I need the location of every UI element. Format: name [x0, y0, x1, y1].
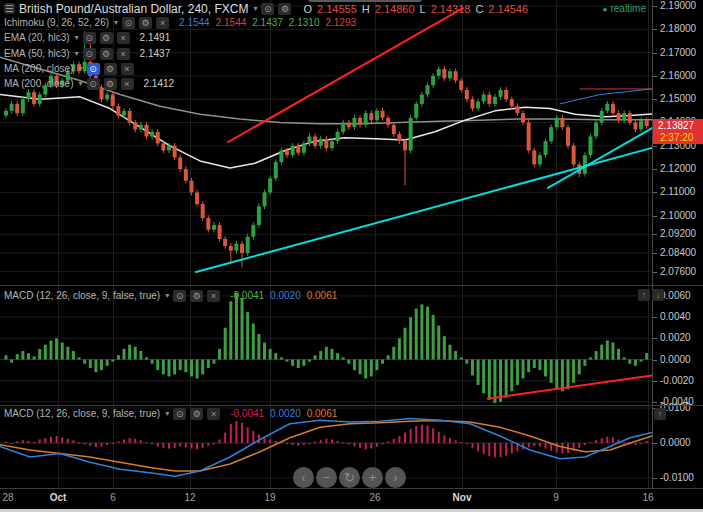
- indicator-row-ichimoku: Ichimoku (9, 26, 52, 26) ▾ ⊙ ⚙ × 2.1544 …: [4, 16, 356, 29]
- axis-tick: [653, 99, 657, 100]
- realtime-status: ●realtime: [603, 3, 646, 14]
- indicator-row-ma200-b: MA (200, close) ▾ ⊙ ⚙ × 2.1412: [4, 77, 174, 90]
- close-icon[interactable]: ×: [117, 48, 130, 60]
- pane-separator[interactable]: [0, 405, 703, 406]
- zoom-in-button[interactable]: +: [362, 467, 383, 488]
- chevron-down-icon[interactable]: ▾: [75, 33, 79, 42]
- axis-tick: [653, 192, 657, 193]
- gear-icon[interactable]: ⚙: [104, 78, 117, 90]
- time-axis[interactable]: 28Oct6121926Nov916: [0, 489, 703, 509]
- macd2-hist-value: -0.0041: [230, 408, 264, 419]
- time-tick-label: 28: [2, 492, 13, 503]
- axis-tick-label: -0.0020: [660, 375, 694, 386]
- axis-tick-label: 2.08400: [660, 247, 696, 258]
- chart-menu-icon[interactable]: [4, 3, 15, 14]
- axis-tick: [653, 216, 657, 217]
- axis-tick: [653, 360, 657, 361]
- axis-tick: [653, 76, 657, 77]
- axis-tick-label: 2.09200: [660, 228, 696, 239]
- eye-icon[interactable]: ⊙: [122, 17, 135, 29]
- axis-tick-label: 2.11000: [660, 186, 695, 197]
- axis-tick: [653, 381, 657, 382]
- time-tick-label: 19: [264, 492, 275, 503]
- axis-tick-label: 2.10000: [660, 210, 696, 221]
- axis-border: [652, 0, 653, 488]
- chevron-down-icon[interactable]: ▾: [114, 18, 118, 27]
- axis-tick-label: 2.15000: [660, 93, 696, 104]
- axis-tick: [653, 146, 657, 147]
- ichimoku-senkou-b-value: 2.1310: [289, 17, 320, 28]
- realtime-dot-icon: ●: [603, 5, 608, 14]
- axis-tick: [653, 53, 657, 54]
- pane-down-button[interactable]: ↓: [652, 289, 664, 301]
- eye-icon[interactable]: ⊙: [173, 290, 186, 302]
- exit-fullscreen-tooltip: Exit Full Screen (Esc): [308, 0, 458, 6]
- close-icon[interactable]: ×: [156, 17, 169, 29]
- gear-icon[interactable]: ⚙: [190, 408, 203, 420]
- gear-icon[interactable]: ⚙: [100, 48, 113, 60]
- macd1-macd-value: 0.0020: [270, 290, 301, 301]
- chevron-down-icon[interactable]: ▾: [253, 4, 257, 13]
- zoom-out-button[interactable]: −: [316, 467, 337, 488]
- pane-separator: [0, 488, 703, 489]
- eye-icon[interactable]: ⊙: [87, 78, 100, 90]
- gear-icon[interactable]: ⚙: [104, 63, 117, 75]
- axis-tick-label: 2.17000: [660, 47, 696, 58]
- gear-icon[interactable]: ⚙: [139, 17, 152, 29]
- ema50-value: 2.1437: [140, 48, 171, 59]
- axis-tick: [653, 234, 657, 235]
- axis-tick-label: 0.0000: [660, 437, 691, 448]
- indicator-row-macd2: MACD (12, 26, close, 9, false, true) ▾ ⊙…: [4, 407, 337, 420]
- axis-tick-label: 2.19000: [660, 0, 696, 11]
- compare-icon[interactable]: ⊙: [261, 3, 274, 15]
- axis-tick: [653, 443, 657, 444]
- last-price-flag: 2.13827: [653, 119, 703, 132]
- realtime-label: realtime: [610, 3, 646, 14]
- axis-tick-label: 2.12000: [660, 163, 696, 174]
- close-icon[interactable]: ×: [207, 290, 220, 302]
- axis-tick: [653, 6, 657, 7]
- axis-tick-label: 2.16000: [660, 70, 696, 81]
- close-label: C: [475, 3, 483, 15]
- eye-icon-active[interactable]: ⊙: [87, 63, 100, 75]
- reset-view-button[interactable]: ↻: [339, 467, 360, 488]
- time-tick-label: Nov: [453, 492, 472, 503]
- time-tick-label: 6: [110, 492, 116, 503]
- close-icon[interactable]: ×: [121, 63, 134, 75]
- eye-icon[interactable]: ⊙: [83, 48, 96, 60]
- symbol-title[interactable]: British Pound/Australian Dollar, 240, FX…: [19, 2, 248, 16]
- eye-icon[interactable]: ⊙: [83, 32, 96, 44]
- scroll-left-button[interactable]: ‹: [293, 467, 314, 488]
- time-tick-label: Oct: [50, 492, 67, 503]
- ichimoku-chikou-value: 2.1293: [325, 17, 356, 28]
- chevron-down-icon[interactable]: ▾: [165, 409, 169, 418]
- axis-tick-label: 0.0060: [660, 290, 691, 301]
- ichimoku-tenkan-value: 2.1544: [179, 17, 210, 28]
- pane-up-button[interactable]: ↑: [638, 289, 650, 301]
- indicator-row-ma200-a: MA (200, close) ▾ ⊙ ⚙ ×: [4, 62, 134, 75]
- axis-tick: [653, 478, 657, 479]
- indicator-row-ema50: EMA (50, hlc3) ▾ ⊙ ⚙ × 2.1437: [4, 47, 170, 60]
- chevron-down-icon[interactable]: ▾: [75, 49, 79, 58]
- gear-icon[interactable]: ⚙: [100, 32, 113, 44]
- axis-tick-label: 0.0040: [660, 311, 691, 322]
- scroll-right-button[interactable]: ›: [385, 467, 406, 488]
- eye-icon[interactable]: ⊙: [173, 408, 186, 420]
- chevron-down-icon[interactable]: ▾: [78, 64, 82, 73]
- close-icon[interactable]: ×: [121, 78, 134, 90]
- time-tick-label: 16: [642, 492, 653, 503]
- axis-tick: [653, 402, 657, 403]
- axis-tick: [653, 317, 657, 318]
- pane-up-button[interactable]: ↑: [654, 408, 666, 420]
- close-icon[interactable]: ×: [117, 32, 130, 44]
- gear-icon[interactable]: ⚙: [278, 3, 291, 15]
- chevron-down-icon[interactable]: ▾: [78, 79, 82, 88]
- axis-tick: [653, 338, 657, 339]
- macd2-macd-value: 0.0020: [270, 408, 301, 419]
- ichimoku-senkou-a-value: 2.1437: [252, 17, 283, 28]
- close-icon[interactable]: ×: [207, 408, 220, 420]
- gear-icon[interactable]: ⚙: [190, 290, 203, 302]
- chevron-down-icon[interactable]: ▾: [165, 291, 169, 300]
- pane-separator[interactable]: [0, 285, 703, 286]
- macd1-hist-value: -0.0041: [230, 290, 264, 301]
